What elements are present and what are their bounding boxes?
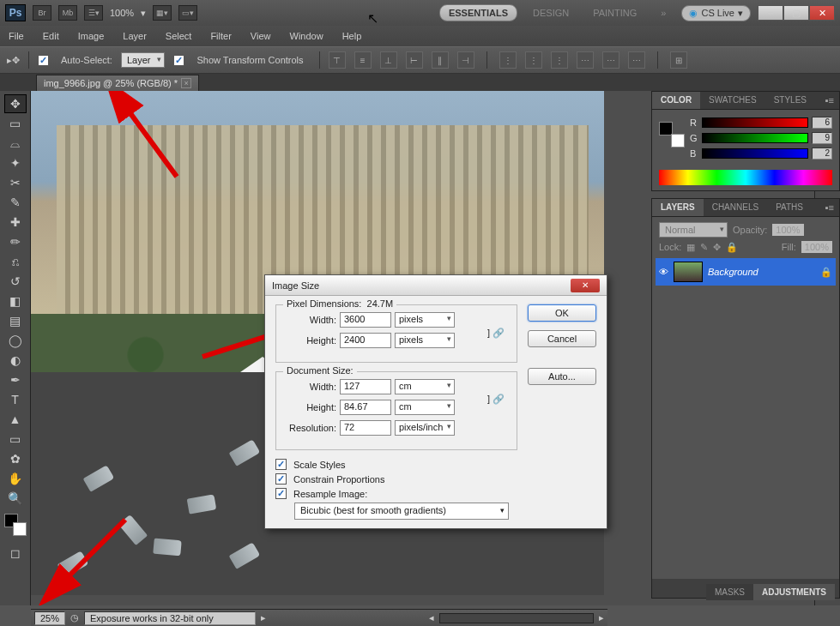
align-vcenter-icon[interactable]: ≡ [354,51,372,69]
layers-panel-menu-icon[interactable]: ▪≡ [820,199,839,216]
path-select-tool[interactable]: ▲ [4,410,27,429]
auto-button[interactable]: Auto... [528,368,596,385]
color-spectrum[interactable] [659,170,832,185]
workspace-essentials[interactable]: ESSENTIALS [439,4,517,21]
dialog-titlebar[interactable]: Image Size ✕ [265,275,607,296]
tab-color[interactable]: COLOR [652,92,700,109]
quickmask-tool[interactable]: ◻ [4,544,27,563]
workspace-design[interactable]: DESIGN [524,5,577,21]
shape-tool[interactable]: ▭ [4,430,27,448]
close-button[interactable]: ✕ [809,5,835,21]
minimize-button[interactable]: ━ [758,5,783,21]
dialog-close-button[interactable]: ✕ [571,279,600,292]
view-extras-icon[interactable]: ☰▾ [84,5,103,21]
show-transform-checkbox[interactable]: ✓ [173,55,184,66]
menu-filter[interactable]: Filter [210,31,231,41]
panel-fg-bg-swatch[interactable] [659,122,685,147]
ok-button[interactable]: OK [528,304,596,322]
align-left-icon[interactable]: ⊢ [406,51,423,69]
gradient-tool[interactable]: ▤ [4,311,27,330]
hand-tool[interactable]: ✋ [4,469,27,488]
layer-thumbnail[interactable] [674,262,703,282]
distribute-6-icon[interactable]: ⋯ [628,51,645,69]
horizontal-scrollbar[interactable] [439,613,594,623]
zoom-tool[interactable]: 🔍 [4,489,27,508]
distribute-2-icon[interactable]: ⋮ [525,51,542,69]
eyedropper-tool[interactable]: ✎ [4,193,27,212]
3d-tool[interactable]: ✿ [4,449,27,468]
crop-tool[interactable]: ✂ [4,173,27,192]
screen-mode-icon[interactable]: ▭▾ [178,5,197,21]
tab-layers[interactable]: LAYERS [652,199,704,216]
distribute-4-icon[interactable]: ⋯ [577,51,594,69]
menu-edit[interactable]: Edit [43,31,59,41]
tab-swatches[interactable]: SWATCHES [700,92,765,109]
document-tab[interactable]: img_9966.jpg @ 25% (RGB/8) * × [36,75,199,91]
menu-window[interactable]: Window [290,31,323,41]
g-value[interactable]: 9 [812,132,832,144]
clone-stamp-tool[interactable]: ⎌ [4,252,27,271]
marquee-tool[interactable]: ▭ [4,114,27,133]
doc-width-unit[interactable]: cm [395,379,455,394]
lock-pixels-icon[interactable]: ✎ [700,242,708,253]
panel-menu-icon[interactable]: ▪≡ [820,92,839,109]
menu-image[interactable]: Image [78,31,105,41]
r-slider[interactable] [702,117,808,128]
visibility-eye-icon[interactable]: 👁 [659,267,668,277]
auto-select-dropdown[interactable]: Layer [121,52,166,68]
doc-link-icon[interactable]: ] 🔗 [484,379,508,418]
menu-layer[interactable]: Layer [123,31,147,41]
maximize-button[interactable]: ▢ [783,5,809,21]
lock-all-icon[interactable]: 🔒 [726,242,738,253]
doc-width-input[interactable]: 127 [340,379,391,394]
align-top-icon[interactable]: ⊤ [329,51,346,69]
doc-height-input[interactable]: 84.67 [340,400,391,415]
px-height-unit[interactable]: pixels [395,333,455,348]
distribute-3-icon[interactable]: ⋮ [551,51,568,69]
workspace-more[interactable]: » [652,5,674,21]
px-width-unit[interactable]: pixels [395,312,455,328]
background-swatch[interactable] [13,522,27,536]
menu-select[interactable]: Select [166,31,192,41]
menu-help[interactable]: Help [342,31,362,41]
scrollbar-right-icon[interactable]: ▸ [599,612,604,623]
b-value[interactable]: 2 [812,147,832,160]
status-sync-icon[interactable]: ◷ [70,612,79,623]
quick-select-tool[interactable]: ✦ [4,153,27,172]
layer-row-background[interactable]: 👁 Background 🔒 [656,258,836,286]
dodge-tool[interactable]: ◐ [4,351,27,370]
r-value[interactable]: 6 [812,117,832,129]
status-info[interactable]: Exposure works in 32-bit only [84,611,256,625]
resolution-unit[interactable]: pixels/inch [395,420,455,436]
status-info-arrow-icon[interactable]: ▸ [261,612,266,623]
blur-tool[interactable]: ◯ [4,331,27,350]
align-bottom-icon[interactable]: ⊥ [380,51,397,69]
opacity-value[interactable]: 100% [772,224,803,236]
g-slider[interactable] [702,133,808,143]
distribute-5-icon[interactable]: ⋯ [602,51,619,69]
blend-mode-select[interactable]: Normal [659,222,728,238]
tab-close-icon[interactable]: × [181,78,191,88]
eraser-tool[interactable]: ◧ [4,292,27,310]
interpolation-select[interactable]: Bicubic (best for smooth gradients) [294,503,509,520]
lock-position-icon[interactable]: ✥ [713,242,721,253]
status-zoom[interactable]: 25% [34,611,65,625]
type-tool[interactable]: T [4,390,27,409]
arrange-docs-icon[interactable]: ▦▾ [153,5,172,21]
cs-live-button[interactable]: CS Live ▾ [681,5,751,21]
auto-align-icon[interactable]: ⊞ [670,51,687,69]
resolution-input[interactable]: 72 [340,420,391,436]
cancel-button[interactable]: Cancel [528,330,596,347]
tab-styles[interactable]: STYLES [765,92,815,109]
menu-file[interactable]: File [9,31,24,41]
menu-view[interactable]: View [251,31,271,41]
bridge-icon[interactable]: Br [33,5,51,21]
tab-masks[interactable]: MASKS [706,584,753,600]
px-link-icon[interactable]: ] 🔗 [484,312,508,353]
constrain-checkbox[interactable]: ✓ [275,473,287,485]
lasso-tool[interactable]: ⌓ [4,134,27,153]
b-slider[interactable] [702,148,808,159]
color-swatches[interactable] [4,514,27,536]
fill-value[interactable]: 100% [801,241,832,253]
tab-paths[interactable]: PATHS [767,199,812,216]
